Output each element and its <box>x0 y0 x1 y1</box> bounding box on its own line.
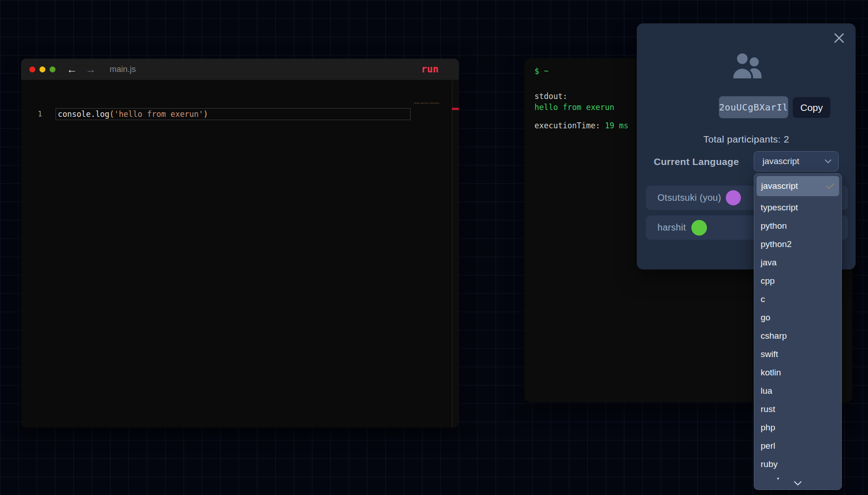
copy-button[interactable]: Copy <box>793 97 830 118</box>
code-line[interactable]: console.log('hello from exerun') <box>58 109 208 120</box>
code-paren-close: ) <box>203 110 208 119</box>
execution-time-label: executionTime: <box>534 121 600 130</box>
ruler-marker <box>452 108 459 110</box>
language-option-perl[interactable]: perl <box>754 437 841 455</box>
back-arrow-icon[interactable]: ← <box>67 64 77 75</box>
selected-language-value: javascript <box>762 156 799 166</box>
language-option-c[interactable]: c <box>754 290 841 308</box>
clipped-option <box>777 478 779 479</box>
file-title: main.js <box>110 65 136 74</box>
selected-option-label: javascript <box>761 181 798 191</box>
language-option-selected[interactable]: javascript <box>757 176 839 196</box>
chevron-down-icon <box>824 159 832 164</box>
room-id-box[interactable]: 2ouUCgBXarIl <box>719 96 788 118</box>
minimap[interactable]: console.log('hello from exerun') <box>414 102 451 104</box>
current-language-label: Current Language <box>654 156 739 167</box>
language-option-python[interactable]: python <box>754 217 841 235</box>
language-option-csharp[interactable]: csharp <box>754 327 841 345</box>
code-paren-open: ( <box>110 110 114 119</box>
editor-header: ← → main.js run <box>21 59 459 80</box>
window-controls <box>29 66 56 72</box>
code-function: console.log <box>58 110 110 119</box>
participant-status-dot <box>691 220 707 236</box>
line-number: 1 <box>21 109 42 120</box>
language-option-php[interactable]: php <box>754 418 841 437</box>
language-option-go[interactable]: go <box>754 308 841 327</box>
editor-window: ← → main.js run 1 console.log('hello fro… <box>21 59 459 428</box>
language-option-kotlin[interactable]: kotlin <box>754 363 841 382</box>
forward-arrow-icon[interactable]: → <box>85 64 96 75</box>
execution-time-value: 19 ms <box>605 121 629 130</box>
code-string: 'hello from exerun' <box>114 110 203 119</box>
code-editor-area[interactable]: 1 console.log('hello from exerun') conso… <box>21 80 459 427</box>
scroll-down-indicator[interactable] <box>754 481 841 486</box>
total-participants-label: Total participants: 2 <box>637 134 856 145</box>
participant-name: harshit <box>657 222 686 233</box>
language-option-python2[interactable]: python2 <box>754 235 841 253</box>
close-icon[interactable] <box>833 32 846 44</box>
participant-name: Otsutsuki (you) <box>657 192 721 203</box>
participants-icon <box>729 52 764 78</box>
language-select-button[interactable]: javascript <box>754 151 839 171</box>
language-option-typescript[interactable]: typescript <box>754 198 841 217</box>
language-option-java[interactable]: java <box>754 253 841 272</box>
language-option-lua[interactable]: lua <box>754 382 841 400</box>
language-option-swift[interactable]: swift <box>754 345 841 363</box>
app-background: ← → main.js run 1 console.log('hello fro… <box>0 0 868 495</box>
maximize-window-button[interactable] <box>50 66 56 72</box>
close-window-button[interactable] <box>29 66 35 72</box>
overview-ruler[interactable] <box>452 80 459 427</box>
language-option-rust[interactable]: rust <box>754 400 841 418</box>
language-list: typescriptpythonpython2javacppcgocsharps… <box>754 198 841 473</box>
minimize-window-button[interactable] <box>39 66 45 72</box>
language-option-cpp[interactable]: cpp <box>754 272 841 290</box>
language-option-ruby[interactable]: ruby <box>754 455 841 473</box>
language-dropdown: javascript typescriptpythonpython2javacp… <box>754 173 842 490</box>
run-button[interactable]: run <box>421 64 439 75</box>
check-icon <box>826 183 835 189</box>
participant-status-dot <box>726 190 741 205</box>
